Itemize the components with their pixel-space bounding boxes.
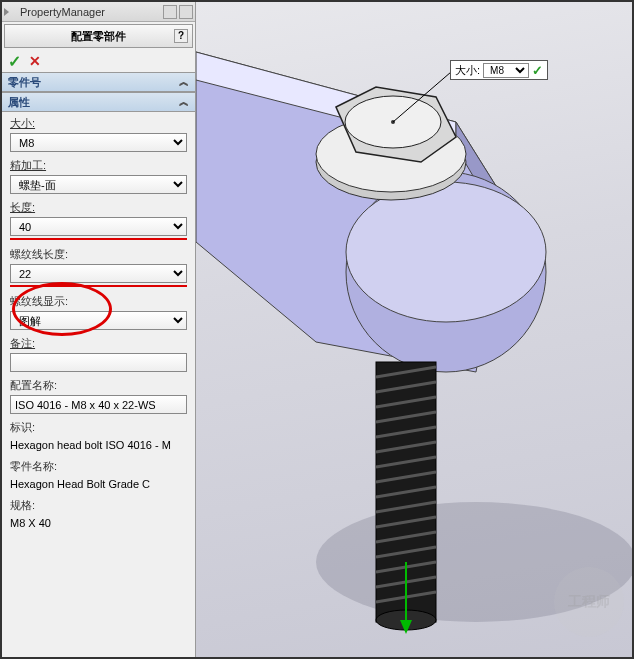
- pin-icon[interactable]: [163, 5, 177, 19]
- finish-select[interactable]: 螺垫-面: [10, 175, 187, 194]
- annotation-underline-2: [10, 285, 187, 287]
- pm-header: PropertyManager: [2, 2, 195, 22]
- callout-ok-button[interactable]: ✓: [532, 63, 543, 78]
- finish-label: 精加工:: [10, 158, 187, 173]
- pm-title: PropertyManager: [20, 6, 105, 18]
- bolt-render: [196, 2, 634, 657]
- spec-label: 规格:: [10, 498, 187, 513]
- size-label: 大小:: [10, 116, 187, 131]
- ident-value: Hexagon head bolt ISO 4016 - M: [10, 437, 187, 453]
- config-component-header: 配置零部件 ?: [4, 24, 193, 48]
- ok-button[interactable]: ✓: [8, 52, 21, 71]
- callout-size-select[interactable]: M8: [483, 63, 529, 78]
- thread-len-label: 螺纹线长度:: [10, 247, 187, 262]
- watermark: 工程师: [554, 567, 624, 637]
- callout-label: 大小:: [455, 63, 480, 78]
- spec-value: M8 X 40: [10, 515, 187, 531]
- cancel-button[interactable]: ✕: [29, 53, 41, 69]
- dimension-callout: 大小: M8 ✓: [450, 60, 548, 80]
- length-select[interactable]: 40: [10, 217, 187, 236]
- thread-disp-select[interactable]: 图解: [10, 311, 187, 330]
- overflow-icon[interactable]: [179, 5, 193, 19]
- section-properties[interactable]: 属性 ︽: [2, 92, 195, 112]
- ident-label: 标识:: [10, 420, 187, 435]
- remark-input[interactable]: [10, 353, 187, 372]
- section-part-number[interactable]: 零件号 ︽: [2, 72, 195, 92]
- 3d-viewport[interactable]: 大小: M8 ✓ 工程师: [196, 2, 634, 657]
- remark-label: 备注:: [10, 336, 187, 351]
- length-label: 长度:: [10, 200, 187, 215]
- size-select[interactable]: M8: [10, 133, 187, 152]
- part-name-value: Hexagon Head Bolt Grade C: [10, 476, 187, 492]
- property-manager-panel: PropertyManager 配置零部件 ? ✓ ✕ 零件号 ︽ 属性 ︽ 大…: [2, 2, 196, 657]
- annotation-underline-1: [10, 238, 187, 240]
- ok-cancel-bar: ✓ ✕: [2, 50, 195, 72]
- help-button[interactable]: ?: [174, 29, 188, 43]
- section-label: 零件号: [8, 75, 41, 90]
- svg-point-5: [346, 182, 546, 322]
- thread-disp-label: 螺纹线显示:: [10, 294, 187, 309]
- section-label: 属性: [8, 95, 30, 110]
- chevron-icon: ︽: [179, 95, 189, 109]
- config-title: 配置零部件: [71, 29, 126, 44]
- chevron-icon: ︽: [179, 75, 189, 89]
- thread-len-select[interactable]: 22: [10, 264, 187, 283]
- collapse-icon[interactable]: [4, 8, 9, 16]
- config-name-input[interactable]: [10, 395, 187, 414]
- part-name-label: 零件名称:: [10, 459, 187, 474]
- config-name-label: 配置名称:: [10, 378, 187, 393]
